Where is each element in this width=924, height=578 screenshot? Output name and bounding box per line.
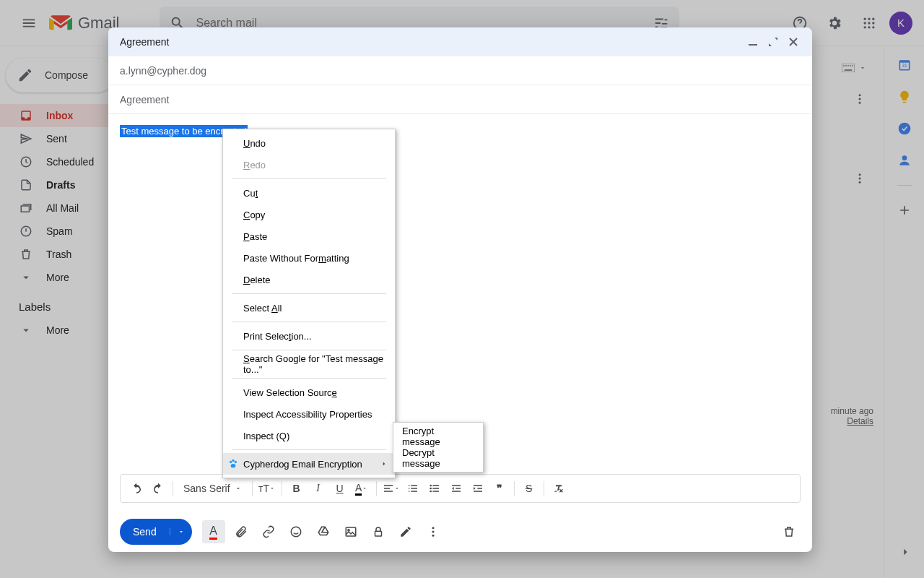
svg-point-43: [232, 460, 234, 462]
send-label: Send: [120, 526, 170, 538]
more-options-button[interactable]: [422, 520, 445, 543]
font-size-button[interactable]: тT: [257, 478, 277, 499]
context-item-label: Cypherdog Email Encryption: [243, 459, 362, 470]
image-button[interactable]: [339, 520, 362, 543]
svg-point-41: [432, 535, 434, 537]
indent-less-button[interactable]: [446, 478, 466, 499]
svg-point-33: [430, 488, 432, 490]
context-menu: UndoRedoCutCopyPastePaste Without Format…: [222, 129, 396, 478]
svg-point-44: [235, 461, 237, 463]
context-item[interactable]: Paste Without Formatting: [223, 247, 395, 269]
context-item-label: Paste Without Formatting: [243, 253, 349, 264]
svg-point-39: [432, 527, 434, 529]
context-item-label: Delete: [243, 275, 271, 285]
signature-button[interactable]: [394, 520, 417, 543]
bulleted-list-button[interactable]: [424, 478, 445, 499]
formatting-toggle[interactable]: A: [202, 520, 225, 543]
context-item[interactable]: Inspect (Q): [223, 425, 395, 447]
align-button[interactable]: [381, 478, 401, 499]
italic-button[interactable]: I: [308, 478, 328, 499]
context-separator: [232, 293, 386, 294]
context-separator: [232, 350, 386, 350]
send-options-button[interactable]: [170, 528, 192, 535]
context-submenu: Encrypt message Decrypt message: [393, 422, 484, 473]
svg-rect-38: [375, 531, 381, 536]
font-selector[interactable]: Sans Serif: [178, 483, 248, 494]
context-item[interactable]: Undo: [223, 132, 395, 154]
popout-button[interactable]: [766, 35, 780, 49]
context-item-label: Inspect (Q): [243, 431, 289, 441]
quote-button[interactable]: ❞: [489, 478, 510, 499]
context-item-label: Print Selection...: [243, 331, 312, 342]
context-item[interactable]: Select All: [223, 297, 395, 319]
redo-button[interactable]: [148, 478, 168, 499]
svg-rect-31: [749, 44, 757, 46]
svg-point-32: [430, 485, 432, 487]
svg-point-45: [231, 464, 236, 467]
chevron-right-icon: [380, 460, 388, 467]
link-button[interactable]: [257, 520, 280, 543]
context-item: Redo: [223, 154, 395, 176]
send-row: Send A: [108, 512, 812, 552]
indent-more-button[interactable]: [468, 478, 488, 499]
context-item-label: Undo: [243, 138, 266, 149]
remove-formatting-button[interactable]: [549, 478, 569, 499]
context-separator: [232, 378, 386, 379]
numbered-list-button[interactable]: [403, 478, 423, 499]
message-body[interactable]: Test message to be encrypted: [108, 114, 812, 474]
confidential-button[interactable]: [367, 520, 390, 543]
context-item-label: Inspect Accessibility Properties: [243, 409, 372, 420]
svg-point-34: [430, 491, 432, 493]
attach-button[interactable]: [230, 520, 253, 543]
context-item[interactable]: Copy: [223, 204, 395, 225]
minimize-button[interactable]: [746, 35, 760, 49]
emoji-button[interactable]: [284, 520, 308, 543]
paw-icon: [227, 458, 239, 470]
dialog-header[interactable]: Agreement: [108, 27, 812, 56]
bold-button[interactable]: B: [287, 478, 307, 499]
formatting-toolbar: Sans Serif тT B I U A ❞ S: [120, 474, 801, 503]
context-item[interactable]: Cut: [223, 182, 395, 204]
context-item[interactable]: Search Google for "Test message to...": [223, 353, 395, 375]
context-item-label: Select All: [243, 303, 282, 314]
context-item[interactable]: Delete: [223, 269, 395, 290]
context-item[interactable]: Inspect Accessibility Properties: [223, 403, 395, 425]
context-item-label: Cut: [243, 188, 258, 199]
context-item[interactable]: Paste: [223, 225, 395, 247]
recipients-field[interactable]: a.lynn@cypher.dog: [108, 56, 812, 85]
context-item-label: Redo: [243, 160, 266, 171]
text-color-button[interactable]: A: [352, 478, 372, 499]
context-item-label: Search Google for "Test message to...": [243, 353, 386, 375]
recipient-value: a.lynn@cypher.dog: [120, 65, 206, 77]
submenu-encrypt[interactable]: Encrypt message: [393, 426, 483, 447]
context-item[interactable]: View Selection Source: [223, 381, 395, 403]
svg-point-35: [291, 527, 301, 537]
svg-point-37: [348, 530, 349, 531]
context-item-label: Paste: [243, 231, 267, 242]
send-button[interactable]: Send: [120, 519, 192, 545]
drive-button[interactable]: [312, 520, 335, 543]
svg-point-42: [230, 461, 232, 463]
svg-point-40: [432, 531, 434, 533]
subject-field[interactable]: Agreement: [108, 85, 812, 114]
compose-dialog: Agreement a.lynn@cypher.dog Agreement Te…: [108, 27, 812, 552]
context-item-label: View Selection Source: [243, 387, 337, 398]
dialog-title: Agreement: [120, 36, 746, 48]
context-separator: [232, 322, 386, 322]
context-separator: [232, 178, 386, 179]
undo-button[interactable]: [126, 478, 147, 499]
context-item[interactable]: Print Selection...: [223, 325, 395, 347]
context-item[interactable]: Cypherdog Email Encryption: [223, 453, 395, 475]
close-button[interactable]: [786, 35, 801, 49]
underline-button[interactable]: U: [330, 478, 350, 499]
submenu-decrypt[interactable]: Decrypt message: [393, 447, 483, 469]
context-item-label: Copy: [243, 210, 265, 220]
discard-button[interactable]: [777, 520, 801, 543]
context-separator: [232, 449, 386, 450]
subject-value: Agreement: [120, 94, 169, 105]
strikethrough-button[interactable]: S: [519, 478, 539, 499]
